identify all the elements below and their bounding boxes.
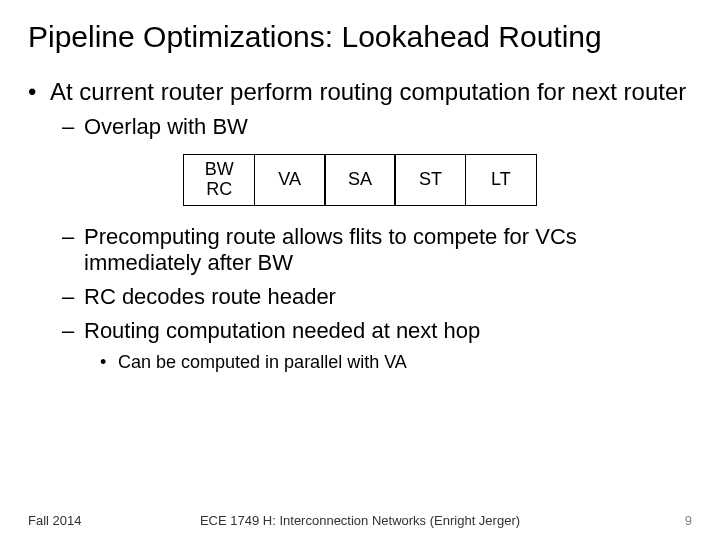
bullet-dash-icon: – xyxy=(62,284,84,310)
slide-footer: Fall 2014 ECE 1749 H: Interconnection Ne… xyxy=(0,513,720,528)
stage-label: LT xyxy=(491,170,511,190)
stage-label: SA xyxy=(348,170,372,190)
pipeline-stage-st: ST xyxy=(394,154,466,206)
bullet-text: Overlap with BW xyxy=(84,114,248,140)
slide-content: • At current router perform routing comp… xyxy=(28,78,692,373)
bullet-l1: • At current router perform routing comp… xyxy=(28,78,692,106)
stage-label: VA xyxy=(278,170,301,190)
pipeline-stage-lt: LT xyxy=(465,154,537,206)
bullet-dash-icon: – xyxy=(62,114,84,140)
bullet-dot-icon: • xyxy=(28,78,50,106)
stage-label: ST xyxy=(419,170,442,190)
bullet-l2: – Routing computation needed at next hop xyxy=(62,318,692,344)
bullet-dash-icon: – xyxy=(62,224,84,276)
bullet-l3: • Can be computed in parallel with VA xyxy=(100,352,692,373)
bullet-text: Routing computation needed at next hop xyxy=(84,318,480,344)
stage-label: BW xyxy=(205,160,234,180)
stage-label: RC xyxy=(206,180,232,200)
pipeline-stage-sa: SA xyxy=(324,154,396,206)
pipeline-stage-bw-rc: BW RC xyxy=(183,154,255,206)
bullet-text: Precomputing route allows flits to compe… xyxy=(84,224,692,276)
bullet-l2: – Overlap with BW xyxy=(62,114,692,140)
footer-center: ECE 1749 H: Interconnection Networks (En… xyxy=(0,513,720,528)
bullet-text: RC decodes route header xyxy=(84,284,336,310)
bullet-l2: – Precomputing route allows flits to com… xyxy=(62,224,692,276)
slide: Pipeline Optimizations: Lookahead Routin… xyxy=(0,0,720,540)
pipeline-diagram: BW RC VA SA ST LT xyxy=(28,154,692,206)
bullet-text: Can be computed in parallel with VA xyxy=(118,352,407,373)
pipeline-stage-va: VA xyxy=(254,154,326,206)
slide-title: Pipeline Optimizations: Lookahead Routin… xyxy=(28,20,692,54)
bullet-dash-icon: – xyxy=(62,318,84,344)
bullet-text: At current router perform routing comput… xyxy=(50,78,686,106)
bullet-dot-icon: • xyxy=(100,352,118,373)
bullet-l2: – RC decodes route header xyxy=(62,284,692,310)
